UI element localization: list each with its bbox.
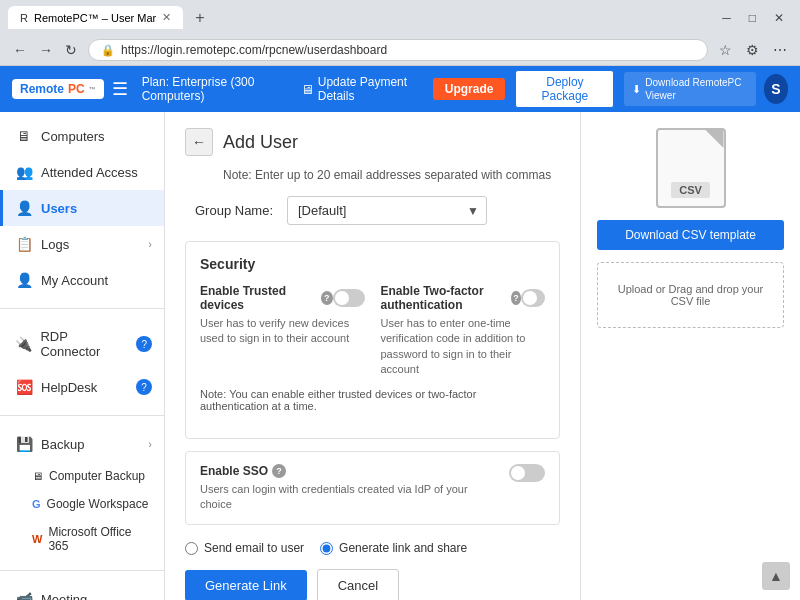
sidebar-item-meeting[interactable]: 📹 Meeting [0, 581, 164, 600]
url-text: https://login.remotepc.com/rpcnew/userda… [121, 43, 387, 57]
trusted-devices-toggle[interactable] [333, 289, 365, 307]
upgrade-button[interactable]: Upgrade [433, 78, 506, 100]
window-controls: ─ □ ✕ [714, 9, 792, 27]
download-csv-button[interactable]: Download CSV template [597, 220, 784, 250]
tab-close-icon[interactable]: ✕ [162, 11, 171, 24]
browser-titlebar: R RemotePC™ – User Mar ✕ + ─ □ ✕ [0, 0, 800, 35]
sidebar-item-my-account[interactable]: 👤 My Account [0, 262, 164, 298]
bookmark-icon[interactable]: ☆ [714, 39, 737, 61]
csv-upload-area[interactable]: Upload or Drag and drop your CSV file [597, 262, 784, 328]
content-area: ← Add User Note: Enter up to 20 email ad… [165, 112, 800, 600]
generate-link-input[interactable] [320, 542, 333, 555]
lock-icon: 🔒 [101, 44, 115, 57]
sidebar-item-rdp-connector[interactable]: 🔌 RDP Connector ? [0, 319, 164, 369]
sidebar-item-attended-access[interactable]: 👥 Attended Access [0, 154, 164, 190]
computer-backup-icon: 🖥 [32, 470, 43, 482]
computers-icon: 🖥 [15, 128, 33, 144]
security-section: Security Enable Trusted devices ? [185, 241, 560, 439]
scroll-top-button[interactable]: ▲ [762, 562, 790, 590]
trusted-devices-header: Enable Trusted devices ? [200, 284, 365, 312]
main-panel: ← Add User Note: Enter up to 20 email ad… [165, 112, 580, 600]
security-title: Security [200, 256, 545, 272]
trusted-devices-option: Enable Trusted devices ? User has to ver… [200, 284, 365, 378]
tab-title: RemotePC™ – User Mar [34, 12, 156, 24]
sso-label: Enable SSO ? [200, 464, 499, 478]
sidebar: 🖥 Computers 👥 Attended Access 👤 Users 📋 … [0, 112, 165, 600]
send-email-input[interactable] [185, 542, 198, 555]
two-factor-desc: User has to enter one-time verification … [381, 316, 546, 378]
trusted-devices-label: Enable Trusted devices ? [200, 284, 333, 312]
main-layout: 🖥 Computers 👥 Attended Access 👤 Users 📋 … [0, 112, 800, 600]
sso-slider [509, 464, 545, 482]
trusted-devices-info-icon[interactable]: ? [321, 291, 333, 305]
back-button[interactable]: ← [185, 128, 213, 156]
sso-info-icon[interactable]: ? [272, 464, 286, 478]
backup-icon: 💾 [15, 436, 33, 452]
trusted-devices-desc: User has to verify new devices used to s… [200, 316, 365, 347]
sidebar-item-computers[interactable]: 🖥 Computers [0, 118, 164, 154]
group-select-wrapper: [Default] ▼ [287, 196, 487, 225]
sidebar-backup-section: 💾 Backup › 🖥 Computer Backup G Google Wo… [0, 420, 164, 566]
group-select[interactable]: [Default] [287, 196, 487, 225]
csv-file-icon: CSV [656, 128, 726, 208]
forward-nav-button[interactable]: → [34, 39, 58, 61]
trusted-devices-slider [333, 289, 365, 307]
backup-expand-icon: › [148, 438, 152, 450]
meeting-icon: 📹 [15, 591, 33, 600]
new-tab-button[interactable]: + [189, 7, 210, 29]
sso-desc: Users can login with credentials created… [200, 482, 499, 513]
sidebar-item-users[interactable]: 👤 Users [0, 190, 164, 226]
sso-option: Enable SSO ? Users can login with creden… [200, 464, 545, 513]
delivery-method-radio-group: Send email to user Generate link and sha… [185, 541, 560, 555]
generate-link-radio[interactable]: Generate link and share [320, 541, 467, 555]
sidebar-item-backup[interactable]: 💾 Backup › [0, 426, 164, 462]
attended-access-icon: 👥 [15, 164, 33, 180]
download-viewer-button[interactable]: ⬇ Download RemotePC Viewer [624, 72, 755, 106]
sso-toggle[interactable] [509, 464, 545, 482]
send-email-radio[interactable]: Send email to user [185, 541, 304, 555]
hamburger-menu[interactable]: ☰ [112, 78, 128, 100]
sidebar-item-google-workspace[interactable]: G Google Workspace [0, 490, 164, 518]
browser-tab: R RemotePC™ – User Mar ✕ [8, 6, 183, 29]
sidebar-item-logs[interactable]: 📋 Logs › [0, 226, 164, 262]
group-label: Group Name: [195, 203, 275, 218]
two-factor-info-icon[interactable]: ? [511, 291, 520, 305]
logs-expand-icon: › [148, 238, 152, 250]
header-right: ⬇ Download RemotePC Viewer S [624, 72, 788, 106]
user-avatar[interactable]: S [764, 74, 788, 104]
more-options-icon[interactable]: ⋯ [768, 39, 792, 61]
sso-content: Enable SSO ? Users can login with creden… [200, 464, 499, 513]
sidebar-item-computer-backup[interactable]: 🖥 Computer Backup [0, 462, 164, 490]
minimize-button[interactable]: ─ [714, 9, 739, 27]
two-factor-toggle[interactable] [521, 289, 545, 307]
app: RemotePC ™ ☰ Plan: Enterprise (300 Compu… [0, 66, 800, 600]
security-options: Enable Trusted devices ? User has to ver… [200, 284, 545, 378]
browser-address-bar: ← → ↻ 🔒 https://login.remotepc.com/rpcne… [0, 35, 800, 65]
update-payment-link[interactable]: 🖥 Update Payment Details [301, 75, 423, 103]
logo-area: RemotePC ™ ☰ [12, 78, 128, 100]
security-note: Note: You can enable either trusted devi… [200, 388, 545, 412]
deploy-package-button[interactable]: Deploy Package [515, 70, 614, 108]
back-nav-button[interactable]: ← [8, 39, 32, 61]
refresh-button[interactable]: ↻ [60, 39, 82, 61]
browser-chrome: R RemotePC™ – User Mar ✕ + ─ □ ✕ ← → ↻ 🔒… [0, 0, 800, 66]
close-button[interactable]: ✕ [766, 9, 792, 27]
two-factor-slider [521, 289, 545, 307]
address-bar[interactable]: 🔒 https://login.remotepc.com/rpcnew/user… [88, 39, 708, 61]
extensions-icon[interactable]: ⚙ [741, 39, 764, 61]
logo-remote: Remote [20, 82, 64, 96]
sidebar-connector-section: 🔌 RDP Connector ? 🆘 HelpDesk ? [0, 313, 164, 411]
right-panel: CSV Download CSV template Upload or Drag… [580, 112, 800, 600]
sidebar-divider-2 [0, 415, 164, 416]
plan-text: Plan: Enterprise (300 Computers) [142, 75, 291, 103]
sidebar-item-microsoft-office[interactable]: W Microsoft Office 365 [0, 518, 164, 560]
maximize-button[interactable]: □ [741, 9, 764, 27]
page-header: ← Add User [185, 128, 560, 156]
sidebar-item-helpdesk[interactable]: 🆘 HelpDesk ? [0, 369, 164, 405]
helpdesk-badge: ? [136, 379, 152, 395]
helpdesk-icon: 🆘 [15, 379, 33, 395]
generate-link-button[interactable]: Generate Link [185, 570, 307, 600]
browser-action-buttons: ☆ ⚙ ⋯ [714, 39, 792, 61]
cancel-button[interactable]: Cancel [317, 569, 399, 600]
google-workspace-icon: G [32, 498, 41, 510]
